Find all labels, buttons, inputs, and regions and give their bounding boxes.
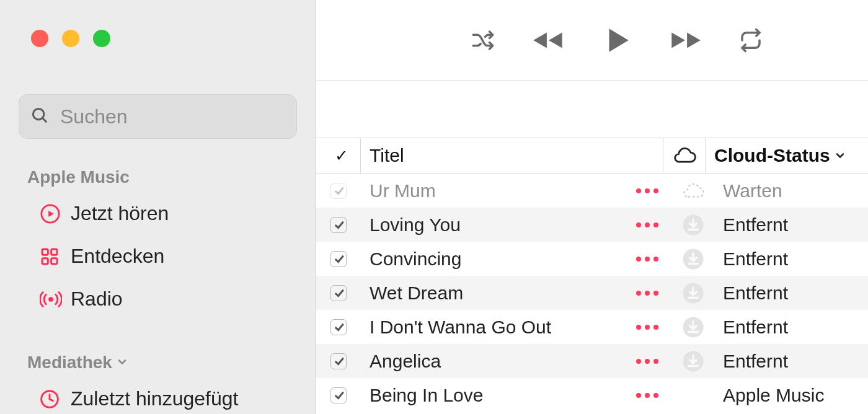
window-controls: [0, 0, 316, 68]
table-row[interactable]: Loving YouEntfernt: [316, 208, 868, 242]
row-title: I Don't Wanna Go Out: [361, 317, 622, 338]
row-checkbox[interactable]: [316, 217, 361, 233]
svg-line-1: [43, 118, 47, 123]
row-title: Wet Dream: [361, 283, 622, 304]
svg-point-0: [33, 108, 44, 120]
radio-icon: [40, 289, 67, 310]
column-header-title[interactable]: Titel: [361, 138, 663, 173]
row-cloud-status: Apple Music: [714, 385, 868, 406]
cloud-status-icon: [672, 248, 714, 270]
sidebar-item-radio[interactable]: Radio: [0, 278, 316, 320]
chevron-down-icon: [834, 145, 846, 166]
row-checkbox[interactable]: [316, 387, 361, 403]
svg-rect-3: [42, 249, 48, 255]
table-row[interactable]: Being In LoveApple Music: [316, 378, 868, 412]
column-header-checked[interactable]: ✓: [322, 138, 361, 173]
cloud-status-icon: [672, 316, 714, 338]
repeat-button[interactable]: [738, 27, 764, 53]
more-options-button[interactable]: [622, 291, 672, 296]
main-content: ✓ Titel Cloud-Status Ur MumWartenLoving …: [316, 0, 868, 414]
table-row[interactable]: I Don't Wanna Go OutEntfernt: [316, 310, 868, 344]
cloud-status-icon: [672, 182, 714, 200]
svg-rect-5: [42, 258, 48, 263]
cloud-status-icon: [672, 282, 714, 304]
more-options-button[interactable]: [622, 188, 672, 193]
more-options-button[interactable]: [622, 325, 672, 330]
row-title: Convincing: [361, 249, 622, 270]
row-title: Angelica: [361, 351, 622, 372]
sidebar: Apple Music Jetzt hören Entdecken Radio: [0, 0, 316, 414]
sidebar-item-label: Zuletzt hinzugefügt: [71, 387, 238, 410]
sidebar-item-label: Jetzt hören: [71, 202, 169, 225]
row-checkbox[interactable]: [316, 183, 361, 199]
sidebar-item-label: Radio: [71, 288, 123, 310]
row-title: Loving You: [361, 214, 622, 236]
sidebar-item-listen-now[interactable]: Jetzt hören: [0, 192, 316, 235]
shuffle-button[interactable]: [470, 27, 496, 53]
row-cloud-status: Entfernt: [714, 283, 868, 304]
more-options-button[interactable]: [622, 359, 672, 364]
row-cloud-status: Warten: [714, 180, 868, 201]
cloud-status-icon: [672, 350, 714, 372]
search-icon: [30, 106, 49, 127]
table-row[interactable]: AngelicaEntfernt: [316, 344, 868, 378]
column-header-cloud-status[interactable]: Cloud-Status: [706, 145, 868, 166]
row-checkbox[interactable]: [316, 251, 361, 267]
track-list: Ur MumWartenLoving YouEntferntConvincing…: [316, 174, 868, 412]
minimize-window-button[interactable]: [62, 30, 79, 47]
sidebar-item-browse[interactable]: Entdecken: [0, 235, 316, 278]
row-checkbox[interactable]: [316, 353, 361, 369]
chevron-down-icon: [116, 353, 128, 372]
table-row[interactable]: ConvincingEntfernt: [316, 242, 868, 276]
column-header-cloud-icon[interactable]: [663, 138, 706, 173]
clock-icon: [40, 389, 67, 409]
row-title: Ur Mum: [361, 180, 622, 201]
sidebar-section-apple-music: Apple Music: [0, 139, 316, 192]
search-field[interactable]: [19, 94, 297, 139]
svg-point-7: [48, 297, 53, 302]
svg-rect-4: [51, 249, 57, 255]
search-input[interactable]: [60, 105, 285, 128]
next-button[interactable]: [666, 27, 704, 54]
zoom-window-button[interactable]: [93, 30, 110, 47]
sidebar-item-label: Entdecken: [71, 245, 164, 268]
row-cloud-status: Entfernt: [714, 351, 868, 372]
playback-toolbar: [316, 0, 868, 81]
play-circle-icon: [40, 203, 67, 224]
row-checkbox[interactable]: [316, 285, 361, 301]
row-title: Being In Love: [361, 385, 622, 406]
row-checkbox[interactable]: [316, 319, 361, 335]
close-window-button[interactable]: [31, 30, 48, 47]
svg-rect-6: [51, 258, 57, 263]
row-cloud-status: Entfernt: [714, 214, 868, 236]
sidebar-item-recently-added[interactable]: Zuletzt hinzugefügt: [0, 377, 316, 414]
table-header: ✓ Titel Cloud-Status: [316, 138, 868, 174]
play-button[interactable]: [601, 25, 632, 56]
more-options-button[interactable]: [622, 393, 672, 398]
more-options-button[interactable]: [622, 222, 672, 227]
table-row[interactable]: Ur MumWarten: [316, 174, 868, 208]
row-cloud-status: Entfernt: [714, 317, 868, 338]
more-options-button[interactable]: [622, 257, 672, 262]
previous-button[interactable]: [529, 27, 568, 54]
sidebar-section-library[interactable]: Mediathek: [0, 320, 316, 377]
table-row[interactable]: Wet DreamEntfernt: [316, 276, 868, 310]
spacer: [316, 81, 868, 138]
cloud-status-icon: [672, 214, 714, 236]
row-cloud-status: Entfernt: [714, 249, 868, 270]
grid-icon: [40, 247, 67, 266]
